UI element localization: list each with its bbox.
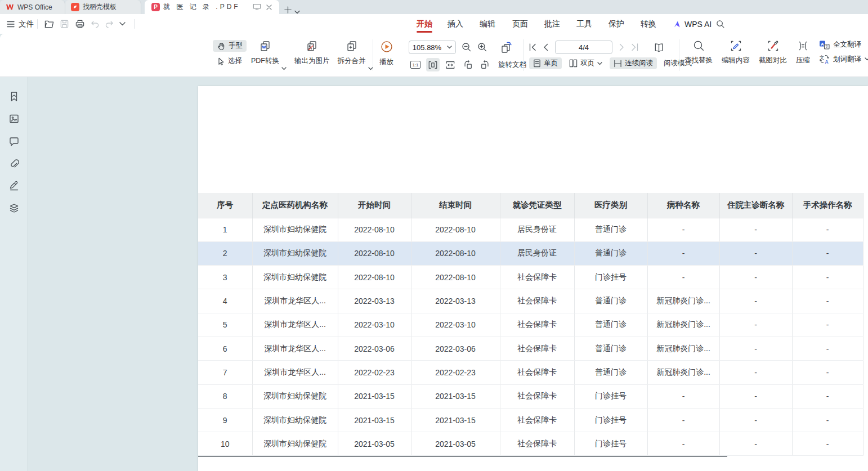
table-bottom-rule <box>198 456 727 457</box>
select-tool-button[interactable]: 选择 <box>213 55 247 67</box>
screenshot-compare-button[interactable]: 截图对比 <box>759 40 787 77</box>
word-translate-label: 划词翻译 <box>833 55 861 64</box>
bookmark-icon[interactable] <box>7 89 21 103</box>
signature-icon[interactable] <box>7 179 21 192</box>
full-translate-button[interactable]: A文 全文翻译 <box>819 40 868 50</box>
table-cell: 深圳市龙华区人... <box>252 313 338 337</box>
table-cell: 普通门诊 <box>574 361 647 384</box>
tab-annotate[interactable]: 批注 <box>544 14 560 34</box>
zoom-in-icon[interactable] <box>477 42 487 52</box>
table-cell: 社会保障卡 <box>500 408 574 432</box>
file-menu-label: 文件 <box>19 19 34 29</box>
table-cell: 普通门诊 <box>574 337 647 360</box>
column-header: 定点医药机构名称 <box>252 193 338 218</box>
zoom-out-icon[interactable] <box>462 42 472 52</box>
tab-convert[interactable]: 转换 <box>641 14 656 34</box>
rotate-doc-label[interactable]: 旋转文档 <box>498 60 526 70</box>
page-number-input[interactable]: 4/4 <box>555 41 612 54</box>
tab-protect[interactable]: 保护 <box>609 14 624 34</box>
compress-button[interactable]: 压缩 <box>796 40 810 77</box>
column-header: 开始时间 <box>338 193 411 218</box>
tab-docer[interactable]: 找稻壳模板 <box>65 0 141 14</box>
svg-text:A: A <box>825 59 828 65</box>
tab-edit[interactable]: 编辑 <box>480 14 495 34</box>
table-row: 8深圳市妇幼保健院2021-03-152021-03-15社会保障卡门诊挂号--… <box>198 384 863 408</box>
select-tool-label: 选择 <box>228 56 242 66</box>
table-cell: - <box>792 266 863 289</box>
table-cell: 社会保障卡 <box>500 432 574 456</box>
actual-size-button[interactable]: 1:1 <box>409 58 422 71</box>
attachment-icon[interactable] <box>7 157 21 171</box>
layers-icon[interactable] <box>7 201 21 215</box>
table-cell: - <box>792 313 863 337</box>
fit-page-button[interactable] <box>426 58 440 71</box>
open-button[interactable] <box>44 14 55 34</box>
read-mode-icon[interactable] <box>653 42 665 53</box>
fit-width-button[interactable] <box>444 58 457 71</box>
tab-page[interactable]: 页面 <box>512 14 528 34</box>
table-cell: 2022-03-13 <box>411 289 500 313</box>
word-translate-icon: 文A <box>819 54 830 64</box>
svg-text:文: 文 <box>820 55 825 60</box>
table-cell: 深圳市龙华区人... <box>252 337 338 360</box>
single-page-button[interactable]: 单页 <box>529 57 562 69</box>
double-page-button[interactable]: 双页 <box>565 57 606 69</box>
table-cell: - <box>647 241 719 265</box>
menu-search-icon[interactable] <box>716 14 725 34</box>
first-page-icon[interactable] <box>529 43 536 51</box>
restore-pages-icon[interactable] <box>500 41 512 53</box>
tab-wps-ai[interactable]: WPS AI <box>673 14 712 34</box>
play-label: 播放 <box>379 57 393 67</box>
new-tab-button[interactable] <box>284 6 292 14</box>
zoom-level-combobox[interactable]: 105.88% <box>409 41 456 54</box>
menu-bar: 文件 开始 插入 编辑 页面 批注 工具 保护 转换 WPS AI <box>0 14 868 34</box>
page-indicator-value: 4/4 <box>579 43 589 52</box>
close-tab-icon[interactable] <box>266 4 272 11</box>
play-button[interactable]: 播放 <box>379 40 393 67</box>
split-merge-button[interactable]: 拆分合并 <box>338 40 366 77</box>
pdf-page[interactable]: 序号定点医药机构名称开始时间结束时间就诊凭证类型医疗类别病种名称住院主诊断名称手… <box>198 86 868 471</box>
toolbar-options-chevron-icon[interactable] <box>119 14 126 34</box>
file-menu[interactable]: 文件 <box>7 14 34 34</box>
thumbnails-icon[interactable] <box>7 112 21 125</box>
print-button[interactable] <box>75 14 85 34</box>
table-cell: 2022-08-10 <box>411 241 500 265</box>
hand-tool-label: 手型 <box>229 41 243 51</box>
find-replace-button[interactable]: 查找替换 <box>684 40 713 77</box>
export-image-button[interactable]: 输出为图片 <box>294 40 330 77</box>
tab-insert[interactable]: 插入 <box>448 14 463 34</box>
table-cell: - <box>647 384 719 408</box>
table-cell: 2021-03-15 <box>411 408 500 432</box>
table-cell: 新冠肺炎门诊... <box>647 289 719 313</box>
comment-icon[interactable] <box>7 134 21 148</box>
table-cell: 新冠肺炎门诊... <box>647 337 719 360</box>
edit-content-button[interactable]: 编辑内容 <box>722 40 750 77</box>
table-cell: 2022-03-06 <box>411 337 500 360</box>
redo-button[interactable] <box>105 14 114 34</box>
tab-wps-office[interactable]: WPS Office <box>0 0 65 14</box>
word-translate-button[interactable]: 文A 划词翻译 <box>819 54 868 64</box>
table-cell: 2022-03-06 <box>338 337 411 360</box>
table-cell: 社会保障卡 <box>500 313 574 337</box>
tab-tools[interactable]: 工具 <box>576 14 592 34</box>
table-cell: - <box>719 289 792 313</box>
rotate-left-button[interactable] <box>461 58 475 71</box>
play-icon <box>380 40 393 53</box>
rotate-right-button[interactable] <box>478 58 492 71</box>
table-cell: - <box>792 218 863 241</box>
save-button[interactable] <box>60 14 69 34</box>
last-page-icon[interactable] <box>631 43 638 51</box>
table-row: 10深圳市妇幼保健院2021-03-052021-03-05社会保障卡门诊挂号-… <box>198 432 863 456</box>
previous-page-icon[interactable] <box>543 43 548 51</box>
double-page-label: 双页 <box>580 59 594 68</box>
tab-document-active[interactable]: P 就 医 记 录 .PDF <box>145 0 279 14</box>
tab-home[interactable]: 开始 <box>417 14 432 34</box>
table-cell: 门诊挂号 <box>574 432 647 456</box>
continuous-read-button[interactable]: 连续阅读 <box>610 57 657 69</box>
hand-tool-button[interactable]: 手型 <box>213 40 247 52</box>
monitor-icon[interactable] <box>253 3 261 11</box>
undo-button[interactable] <box>90 14 100 34</box>
next-page-icon[interactable] <box>619 43 624 51</box>
tab-list-chevron-icon[interactable] <box>294 10 300 14</box>
pdf-convert-button[interactable]: PDF转换 <box>251 40 279 77</box>
